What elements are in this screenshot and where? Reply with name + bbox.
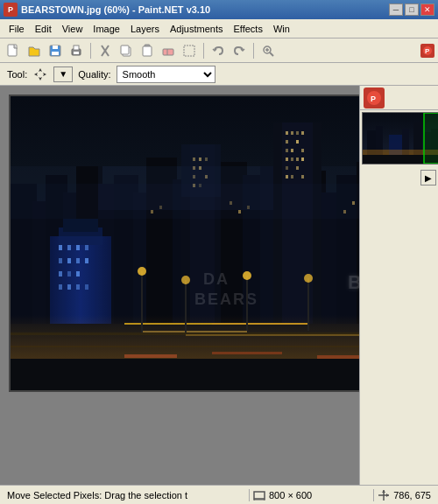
quality-select[interactable]: Nearest NeighborBilinearBicubicSmoothBes… — [117, 66, 215, 83]
svg-text:P: P — [371, 94, 376, 103]
svg-rect-59 — [301, 158, 304, 161]
svg-rect-121 — [124, 354, 177, 358]
status-coordinates: 786, 675 — [373, 489, 431, 501]
image-thumbnail — [362, 112, 438, 164]
svg-point-132 — [243, 271, 251, 280]
svg-text:P: P — [425, 47, 430, 55]
open-button[interactable] — [25, 41, 44, 60]
right-panel: P — [359, 86, 438, 485]
svg-rect-82 — [59, 245, 62, 250]
svg-rect-64 — [301, 175, 304, 178]
window-controls: ─ □ ✕ — [389, 4, 434, 16]
menu-edit[interactable]: Edit — [30, 22, 57, 36]
save-button[interactable] — [46, 41, 65, 60]
svg-rect-87 — [67, 258, 71, 263]
svg-rect-122 — [212, 352, 282, 354]
menu-adjustments[interactable]: Adjustments — [165, 22, 229, 36]
tool-label: Tool: — [7, 69, 27, 80]
select-all-button[interactable] — [180, 41, 199, 60]
svg-rect-12 — [143, 46, 152, 56]
tool-dropdown-button[interactable]: ▼ — [53, 66, 73, 82]
svg-rect-13 — [163, 49, 173, 55]
zoom-button[interactable] — [258, 41, 278, 60]
svg-rect-124 — [142, 331, 247, 332]
menu-view[interactable]: View — [57, 22, 88, 36]
title-bar: P BEARSTOWN.jpg (60%) - Paint.NET v3.10 … — [0, 0, 438, 19]
svg-rect-123 — [317, 355, 359, 359]
svg-rect-63 — [291, 175, 293, 178]
svg-rect-10 — [121, 46, 129, 54]
svg-rect-55 — [301, 149, 304, 152]
svg-rect-3 — [52, 52, 59, 55]
menu-file[interactable]: File — [4, 22, 30, 36]
paste-button[interactable] — [138, 41, 157, 60]
menu-win[interactable]: Win — [268, 22, 295, 36]
erase-button[interactable] — [159, 41, 178, 60]
svg-rect-70 — [205, 158, 208, 161]
svg-rect-84 — [76, 245, 80, 250]
svg-rect-120 — [11, 359, 359, 392]
menu-effects[interactable]: Effects — [229, 22, 268, 36]
svg-marker-22 — [34, 68, 46, 80]
status-bar: Move Selected Pixels: Drag the selection… — [0, 485, 438, 504]
svg-marker-154 — [382, 490, 385, 493]
svg-rect-49 — [296, 131, 299, 135]
app-icon: P — [4, 3, 18, 17]
svg-rect-62 — [286, 175, 288, 178]
svg-rect-15 — [184, 46, 194, 56]
svg-rect-90 — [59, 271, 62, 276]
svg-rect-86 — [59, 258, 62, 263]
maximize-button[interactable]: □ — [405, 4, 419, 16]
svg-rect-52 — [296, 140, 299, 144]
close-button[interactable]: ✕ — [420, 4, 434, 16]
svg-marker-155 — [386, 494, 389, 497]
svg-text:BEARS: BEARS — [194, 290, 258, 308]
scroll-arrow: ▶ — [360, 168, 438, 187]
copy-button[interactable] — [117, 41, 136, 60]
redo-button[interactable] — [230, 41, 249, 60]
svg-rect-148 — [254, 492, 265, 499]
svg-rect-60 — [286, 166, 288, 170]
svg-point-131 — [181, 276, 190, 284]
svg-rect-61 — [296, 166, 299, 170]
svg-rect-92 — [76, 271, 80, 276]
svg-rect-48 — [291, 131, 293, 135]
toolbar-separator-3 — [253, 43, 254, 59]
menu-bar: File Edit View Image Layers Adjustments … — [0, 19, 438, 38]
svg-rect-95 — [76, 284, 80, 290]
tool-options-row: Tool: ▼ Quality: Nearest NeighborBilinea… — [0, 63, 438, 86]
svg-rect-47 — [286, 131, 288, 135]
print-button[interactable] — [67, 41, 86, 60]
status-tool-description: Move Selected Pixels: Drag the selection… — [7, 490, 187, 500]
menu-layers[interactable]: Layers — [125, 22, 165, 36]
svg-rect-94 — [67, 284, 71, 290]
svg-rect-54 — [291, 149, 293, 152]
svg-rect-51 — [286, 140, 288, 144]
svg-rect-69 — [199, 158, 201, 161]
coordinates-icon — [378, 489, 390, 501]
image-canvas[interactable]: BEARS DA BEARS — [9, 94, 359, 392]
thumbnail-image — [363, 113, 438, 164]
city-image: BEARS DA BEARS — [11, 96, 359, 392]
svg-rect-83 — [67, 245, 71, 250]
svg-rect-85 — [85, 245, 88, 250]
dimensions-icon — [253, 489, 265, 501]
menu-image[interactable]: Image — [88, 22, 125, 36]
undo-button[interactable] — [208, 41, 228, 60]
svg-text:DA: DA — [203, 270, 230, 288]
quality-label: Quality: — [78, 69, 110, 80]
toolbar: P — [0, 38, 438, 63]
toolbar-separator-2 — [203, 43, 204, 59]
cut-button[interactable] — [95, 41, 115, 60]
scroll-right-button[interactable]: ▶ — [420, 170, 436, 186]
status-separator-2 — [373, 489, 374, 501]
minimize-button[interactable]: ─ — [389, 4, 403, 16]
app-logo: P — [364, 88, 385, 108]
svg-rect-88 — [76, 258, 80, 263]
new-button[interactable] — [4, 41, 23, 60]
svg-rect-6 — [74, 52, 79, 54]
svg-rect-58 — [296, 158, 299, 161]
canvas-area[interactable]: BEARS DA BEARS — [0, 86, 359, 485]
svg-line-17 — [270, 52, 273, 56]
svg-text:BEARS: BEARS — [348, 271, 359, 293]
